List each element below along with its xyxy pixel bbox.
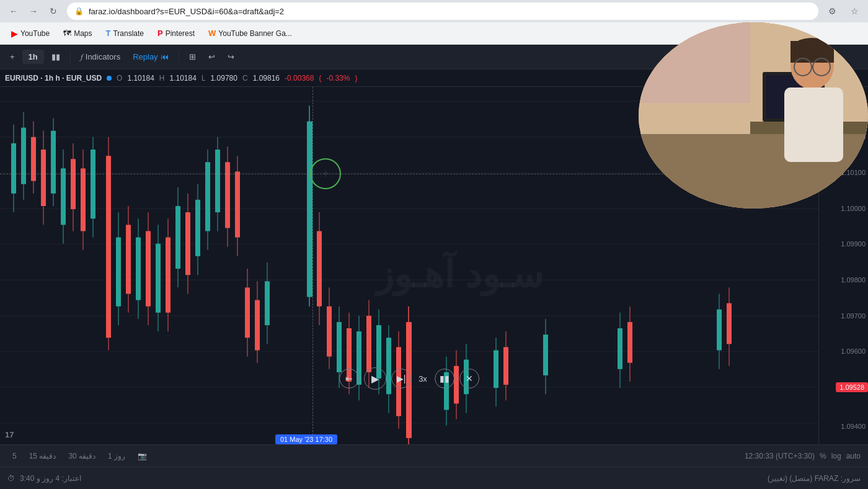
svg-rect-55 xyxy=(235,171,240,237)
status-credits: اعتبار: 4 روز و 3:40 xyxy=(20,474,81,483)
address-bar[interactable]: 🔒 faraz.io/dashboard?s=EUR_USD&i=60&a=dr… xyxy=(67,2,818,20)
svg-rect-113 xyxy=(790,41,834,63)
symbol-dot xyxy=(107,76,112,81)
pinterest-icon: P xyxy=(157,29,163,38)
change-value: -0.00368 xyxy=(285,74,314,83)
reload-button[interactable]: ↻ xyxy=(45,2,62,20)
svg-rect-97 xyxy=(618,328,622,369)
svg-rect-59 xyxy=(255,300,260,351)
extensions-button[interactable]: ⚙ xyxy=(823,2,841,20)
toolbar-separator-2 xyxy=(179,51,179,63)
log-btn[interactable]: log xyxy=(831,452,841,460)
youtube-icon: ▶ xyxy=(11,29,18,38)
bookmark-translate[interactable]: T Translate xyxy=(100,26,151,40)
svg-rect-19 xyxy=(51,131,56,194)
svg-rect-75 xyxy=(366,316,371,372)
replay-skip-start-button[interactable]: ⇤ xyxy=(339,369,359,388)
bookmark-youtube-banner-label: YouTube Banner Ga... xyxy=(218,29,292,38)
bookmark-pinterest[interactable]: P Pinterest xyxy=(151,26,201,40)
undo-button[interactable]: ↩ xyxy=(203,50,220,64)
low-value: 1.09780 xyxy=(211,74,237,83)
back-button[interactable]: ← xyxy=(5,2,22,20)
svg-rect-31 xyxy=(116,238,121,307)
candle-icon: ▮▮ xyxy=(51,52,60,61)
symbol-interval-unit: h · xyxy=(55,74,66,83)
browser-controls: ← → ↻ xyxy=(5,2,62,20)
forward-button[interactable]: → xyxy=(25,2,42,20)
tf-15min-button[interactable]: 15 دقیقه xyxy=(24,451,61,462)
server-status[interactable]: سرور: FARAZ (متصل) (تغییر) xyxy=(768,474,861,483)
svg-rect-69 xyxy=(337,322,342,372)
add-indicator-button[interactable]: + xyxy=(5,50,20,64)
svg-rect-99 xyxy=(627,322,632,363)
bookmark-youtube[interactable]: ▶ YouTube xyxy=(5,26,56,41)
svg-rect-23 xyxy=(61,168,66,225)
symbol-currency: EUR_USD xyxy=(66,74,102,83)
replay-close-button[interactable]: ✕ xyxy=(459,369,479,388)
svg-rect-39 xyxy=(156,244,161,313)
svg-rect-111 xyxy=(784,87,843,162)
toolbar-separator xyxy=(70,51,71,63)
layout-button[interactable]: ⊞ xyxy=(184,50,201,64)
translate-icon: T xyxy=(106,29,111,38)
svg-rect-103 xyxy=(727,303,732,344)
svg-rect-43 xyxy=(175,206,180,269)
auto-btn[interactable]: auto xyxy=(846,452,861,460)
svg-rect-13 xyxy=(21,128,26,184)
svg-rect-15 xyxy=(31,137,36,181)
browser-titlebar: ← → ↻ 🔒 faraz.io/dashboard?s=EUR_USD&i=6… xyxy=(0,0,868,22)
svg-rect-67 xyxy=(327,307,332,357)
tf-1day-button[interactable]: 1 روز xyxy=(103,451,130,462)
svg-rect-25 xyxy=(71,159,76,209)
bookmark-youtube-banner[interactable]: W YouTube Banner Ga... xyxy=(202,26,298,40)
webcam-content xyxy=(639,22,868,209)
svg-rect-101 xyxy=(717,310,722,351)
candle-type-button[interactable]: ▮▮ xyxy=(46,50,65,64)
maps-icon: 🗺 xyxy=(63,29,71,38)
tf-day-unit: روز xyxy=(114,452,125,460)
bookmark-pinterest-label: Pinterest xyxy=(166,29,195,38)
timeframe-label: 1h xyxy=(29,52,38,61)
price-label-4: 1.09900 xyxy=(841,240,866,248)
bookmark-maps[interactable]: 🗺 Maps xyxy=(57,26,98,40)
close-label: C xyxy=(242,74,248,83)
webcam-overlay xyxy=(639,22,868,209)
connection-icon: ⏱ xyxy=(7,474,15,483)
price-label-7: 1.09600 xyxy=(841,348,866,355)
bookmark-youtube-label: YouTube xyxy=(20,29,50,38)
clock-display: 12:30:33 (UTC+3:30) xyxy=(745,452,815,460)
svg-rect-61 xyxy=(265,281,270,325)
replay-button[interactable]: Replay ⏮ xyxy=(128,50,173,64)
indicators-label: Indicators xyxy=(86,52,120,61)
replay-skip-forward-button[interactable]: ▶| xyxy=(391,369,411,388)
status-bar: ⏱ اعتبار: 4 روز و 3:40 سرور: FARAZ (متصل… xyxy=(0,467,868,489)
tf-5min-button[interactable]: 5 xyxy=(7,451,22,462)
tv-logo: 17 xyxy=(5,430,14,439)
high-label: H xyxy=(159,74,165,83)
symbol-name: EUR/USD · 1h h · EUR_USD xyxy=(5,74,102,83)
svg-rect-35 xyxy=(136,238,141,300)
tf-15min-label: 15 xyxy=(29,452,40,460)
svg-rect-41 xyxy=(166,238,170,313)
replay-pause-button[interactable]: ▮▮ xyxy=(435,369,454,388)
tf-30min-unit: دقیقه xyxy=(79,452,95,460)
snapshot-button[interactable]: 📷 xyxy=(133,451,152,462)
replay-play-button[interactable]: ▶ xyxy=(364,367,386,390)
replay-label: Replay xyxy=(133,52,157,61)
tf-30min-label: 30 xyxy=(68,452,79,460)
replay-controls: ⇤ ▶ ▶| 3x ▮▮ ✕ xyxy=(339,367,479,390)
tf-30min-button[interactable]: 30 دقیقه xyxy=(63,451,100,462)
url-text: faraz.io/dashboard?s=EUR_USD&i=60&a=draf… xyxy=(89,7,284,16)
close-value: 1.09816 xyxy=(253,74,280,83)
svg-rect-91 xyxy=(494,350,498,388)
bottom-right-info: 12:30:33 (UTC+3:30) % log auto xyxy=(745,452,861,460)
percent-btn[interactable]: % xyxy=(820,452,826,460)
symbol-interval: 1h xyxy=(45,74,53,83)
add-icon: + xyxy=(10,52,15,61)
redo-button[interactable]: ↪ xyxy=(223,50,239,64)
timeframe-button[interactable]: 1h xyxy=(22,50,44,64)
high-value: 1.10184 xyxy=(170,74,197,83)
bookmark-button[interactable]: ☆ xyxy=(846,2,863,20)
svg-rect-11 xyxy=(11,143,16,194)
indicators-button[interactable]: 𝑓 Indicators xyxy=(76,50,125,65)
